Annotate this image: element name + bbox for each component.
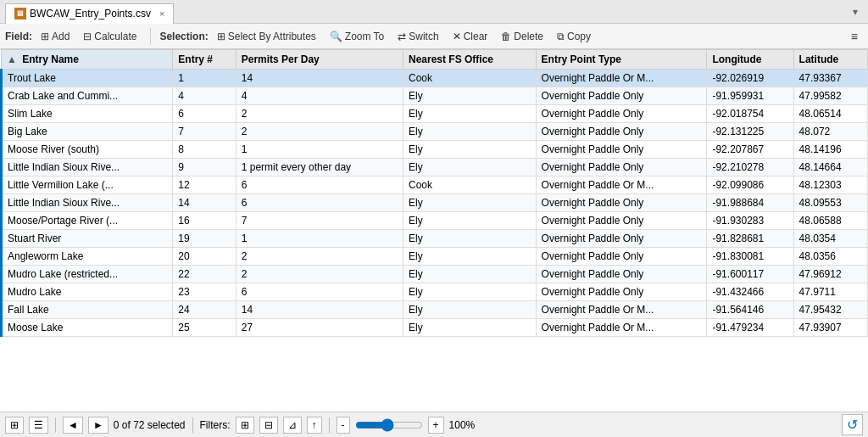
zoom-to-button[interactable]: 🔍 Zoom To (325, 29, 389, 44)
table-scroll[interactable]: ▲ Entry Name Entry # Permits Per Day Nea… (0, 49, 868, 412)
status-sep-3 (329, 417, 330, 433)
cell-latitude: 47.93907 (793, 319, 867, 337)
zoom-plus-icon: + (433, 419, 439, 431)
refresh-button[interactable]: ↺ (842, 414, 863, 435)
filter-icon1-button[interactable]: ⊞ (236, 417, 254, 434)
cell-latitude: 47.95432 (793, 301, 867, 319)
col-permits-per-day[interactable]: Permits Per Day (236, 50, 403, 70)
table-row[interactable]: Fall Lake2414ElyOvernight Paddle Or M...… (2, 301, 868, 319)
cell-entryNum: 23 (173, 283, 236, 301)
col-entry-name-label: Entry Name (22, 53, 79, 65)
select-by-attributes-button[interactable]: ⊞ Select By Attributes (212, 29, 321, 44)
col-longitude[interactable]: Longitude (707, 50, 793, 70)
prev-button[interactable]: ◄ (63, 417, 83, 434)
zoom-level: 100% (449, 419, 476, 431)
copy-button[interactable]: ⧉ Copy (552, 29, 596, 44)
cell-nearestFSOffice: Ely (403, 141, 536, 159)
title-bar-dropdown[interactable]: ▾ (848, 4, 863, 20)
col-latitude[interactable]: Latitude (793, 50, 867, 70)
add-button[interactable]: ⊞ Add (36, 29, 75, 44)
cell-entryNum: 25 (173, 319, 236, 337)
col-entry-num[interactable]: Entry # (173, 50, 236, 70)
clear-label: Clear (464, 31, 488, 42)
cell-entryName: Fall Lake (2, 301, 173, 319)
cell-permitsPerDay: 27 (236, 319, 403, 337)
zoom-slider[interactable] (355, 418, 423, 432)
delete-button[interactable]: 🗑 Delete (496, 29, 548, 44)
form-view-icon: ☰ (34, 419, 43, 431)
table-row[interactable]: Moose/Portage River (...167ElyOvernight … (2, 212, 868, 230)
filter-icon2: ⊟ (264, 419, 273, 431)
status-bar: ⊞ ☰ ◄ ► 0 of 72 selected Filters: ⊞ ⊟ ⊿ … (0, 412, 868, 437)
cell-longitude: -92.207867 (707, 141, 793, 159)
cell-entryNum: 16 (173, 212, 236, 230)
cell-permitsPerDay: 2 (236, 248, 403, 266)
switch-button[interactable]: ⇄ Switch (392, 29, 443, 44)
cell-entryName: Mudro Lake (2, 283, 173, 301)
table-row[interactable]: Little Indian Sioux Rive...91 permit eve… (2, 159, 868, 176)
cell-entryNum: 24 (173, 301, 236, 319)
cell-entryName: Mudro Lake (restricted... (2, 266, 173, 283)
sort-arrow: ▲ (7, 53, 17, 65)
table-row[interactable]: Stuart River191ElyOvernight Paddle Only-… (2, 230, 868, 248)
toolbar-menu-button[interactable]: ≡ (846, 28, 863, 45)
cell-latitude: 48.0354 (793, 230, 867, 248)
zoom-plus-button[interactable]: + (428, 417, 444, 434)
cell-entryName: Little Indian Sioux Rive... (2, 159, 173, 176)
zoom-minus-button[interactable]: - (337, 417, 350, 434)
tab-close-button[interactable]: × (159, 8, 164, 19)
filter-icon3-button[interactable]: ⊿ (283, 417, 302, 434)
zoom-to-icon: 🔍 (330, 31, 342, 42)
cell-entryPointType: Overnight Paddle Or M... (536, 319, 707, 337)
table-row[interactable]: Little Indian Sioux Rive...146ElyOvernig… (2, 194, 868, 212)
form-view-button[interactable]: ☰ (29, 417, 48, 434)
col-entry-name[interactable]: ▲ Entry Name (2, 50, 173, 70)
clear-icon: ✕ (453, 31, 461, 42)
csv-tab[interactable]: ▤ BWCAW_Entry_Points.csv × (5, 3, 174, 24)
cell-entryName: Moose Lake (2, 319, 173, 337)
table-row[interactable]: Trout Lake114CookOvernight Paddle Or M..… (2, 70, 868, 87)
table-header-row: ▲ Entry Name Entry # Permits Per Day Nea… (2, 50, 868, 70)
cell-entryPointType: Overnight Paddle Or M... (536, 301, 707, 319)
table-row[interactable]: Little Vermilion Lake (...126CookOvernig… (2, 176, 868, 194)
clear-button[interactable]: ✕ Clear (448, 29, 493, 44)
table-row[interactable]: Slim Lake62ElyOvernight Paddle Only-92.0… (2, 105, 868, 123)
table-view-icon: ⊞ (10, 419, 19, 431)
cell-longitude: -91.830081 (707, 248, 793, 266)
cell-entryNum: 7 (173, 123, 236, 141)
filters-label: Filters: (200, 419, 231, 431)
table-row[interactable]: Mudro Lake236ElyOvernight Paddle Only-91… (2, 283, 868, 301)
col-entry-point-type[interactable]: Entry Point Type (536, 50, 707, 70)
filter-icon2-button[interactable]: ⊟ (259, 417, 278, 434)
cell-permitsPerDay: 2 (236, 123, 403, 141)
col-nearest-fs-office[interactable]: Nearest FS Office (403, 50, 536, 70)
cell-longitude: -92.018754 (707, 105, 793, 123)
cell-permitsPerDay: 14 (236, 70, 403, 87)
attribute-table: ▲ Entry Name Entry # Permits Per Day Nea… (0, 49, 868, 337)
calculate-icon: ⊟ (83, 31, 92, 42)
next-icon: ► (93, 419, 103, 431)
next-button[interactable]: ► (88, 417, 108, 434)
cell-latitude: 48.06588 (793, 212, 867, 230)
filter-icon4-button[interactable]: ↑ (307, 417, 322, 434)
table-view-button[interactable]: ⊞ (5, 417, 24, 434)
table-row[interactable]: Mudro Lake (restricted...222ElyOvernight… (2, 266, 868, 283)
cell-nearestFSOffice: Ely (403, 248, 536, 266)
cell-entryPointType: Overnight Paddle Only (536, 123, 707, 141)
table-row[interactable]: Moose River (south)81ElyOvernight Paddle… (2, 141, 868, 159)
table-row[interactable]: Angleworm Lake202ElyOvernight Paddle Onl… (2, 248, 868, 266)
cell-entryName: Moose River (south) (2, 141, 173, 159)
calculate-button[interactable]: ⊟ Calculate (78, 29, 142, 44)
cell-entryName: Little Vermilion Lake (... (2, 176, 173, 194)
cell-permitsPerDay: 6 (236, 176, 403, 194)
table-row[interactable]: Crab Lake and Cummi...44ElyOvernight Pad… (2, 87, 868, 105)
table-row[interactable]: Big Lake72ElyOvernight Paddle Only-92.13… (2, 123, 868, 141)
cell-entryNum: 20 (173, 248, 236, 266)
selected-count: 0 of 72 selected (114, 419, 186, 431)
cell-entryName: Moose/Portage River (... (2, 212, 173, 230)
cell-nearestFSOffice: Ely (403, 283, 536, 301)
cell-latitude: 48.12303 (793, 176, 867, 194)
cell-latitude: 48.09553 (793, 194, 867, 212)
cell-entryNum: 8 (173, 141, 236, 159)
table-row[interactable]: Moose Lake2527ElyOvernight Paddle Or M..… (2, 319, 868, 337)
